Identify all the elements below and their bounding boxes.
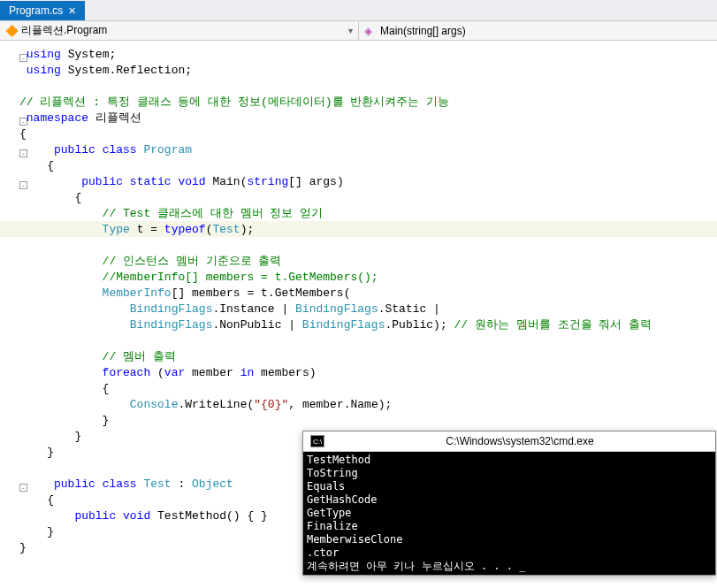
code-comment: // 멤버 출력 <box>19 348 176 364</box>
method-dropdown[interactable]: ◈ Main(string[] args) <box>359 21 717 40</box>
chevron-down-icon: ▾ <box>348 26 353 35</box>
code-comment: // Test 클래스에 대한 멤버 정보 얻기 <box>19 205 323 221</box>
code-line: public static void Main(string[] args) <box>19 175 344 188</box>
cmd-icon: C:\ <box>310 435 324 447</box>
class-name: 리플렉션.Program <box>21 23 107 38</box>
code-line: } <box>19 414 109 427</box>
code-line: Console.WriteLine("{0}", member.Name); <box>19 398 392 411</box>
code-line: using System; <box>19 48 116 61</box>
file-tab[interactable]: Program.cs ✕ <box>0 1 85 20</box>
code-line: } <box>19 430 81 443</box>
code-line: { <box>19 159 54 172</box>
console-output: TestMethod ToString Equals GetHashCode G… <box>303 452 715 575</box>
code-line: BindingFlags.NonPublic | BindingFlags.Pu… <box>19 317 652 332</box>
class-icon: 🔶 <box>5 25 18 37</box>
code-line: using System.Reflection; <box>19 64 192 77</box>
code-line: { <box>19 382 109 395</box>
code-line: Type t = typeof(Test); <box>19 223 254 236</box>
code-line: MemberInfo[] members = t.GetMembers( <box>19 286 350 300</box>
console-title: C:\Windows\system32\cmd.exe <box>332 435 708 447</box>
fold-icon[interactable]: - <box>19 149 27 157</box>
class-dropdown[interactable]: 🔶 리플렉션.Program ▾ <box>0 21 359 40</box>
console-titlebar[interactable]: C:\ C:\Windows\system32\cmd.exe <box>303 431 715 452</box>
tab-filename: Program.cs <box>9 4 63 17</box>
fold-icon[interactable]: - <box>19 181 27 189</box>
code-line: } <box>19 446 54 459</box>
console-window: C:\ C:\Windows\system32\cmd.exe TestMeth… <box>302 431 716 576</box>
code-line: public void TestMethod() { } <box>19 509 268 523</box>
nav-bar: 🔶 리플렉션.Program ▾ ◈ Main(string[] args) <box>0 21 717 41</box>
code-line: { <box>19 127 27 141</box>
code-line: public class Test : Object <box>19 477 233 491</box>
code-line: } <box>19 525 54 538</box>
method-name: Main(string[] args) <box>380 25 466 37</box>
code-comment: // 리플렉션 : 특정 클래스 등에 대한 정보(메타데이터)를 반환시켜주는… <box>19 94 449 110</box>
code-line: } <box>19 541 27 554</box>
tab-bar: Program.cs ✕ <box>0 0 717 21</box>
code-comment: // 인스턴스 멤버 기준으로 출력 <box>19 253 281 269</box>
code-line: BindingFlags.Instance | BindingFlags.Sta… <box>19 302 440 316</box>
code-line: { <box>19 191 81 204</box>
code-line: namespace 리플렉션 <box>19 110 141 126</box>
code-line: { <box>19 493 54 507</box>
method-icon: ◈ <box>364 25 377 37</box>
fold-icon[interactable]: - <box>19 484 27 492</box>
code-line: public class Program <box>19 143 192 157</box>
code-comment: //MemberInfo[] members = t.GetMembers(); <box>19 271 378 284</box>
close-icon[interactable]: ✕ <box>68 5 76 17</box>
code-line: foreach (var member in members) <box>19 366 317 379</box>
fold-icon[interactable]: - <box>19 118 27 126</box>
fold-icon[interactable]: - <box>19 54 27 62</box>
